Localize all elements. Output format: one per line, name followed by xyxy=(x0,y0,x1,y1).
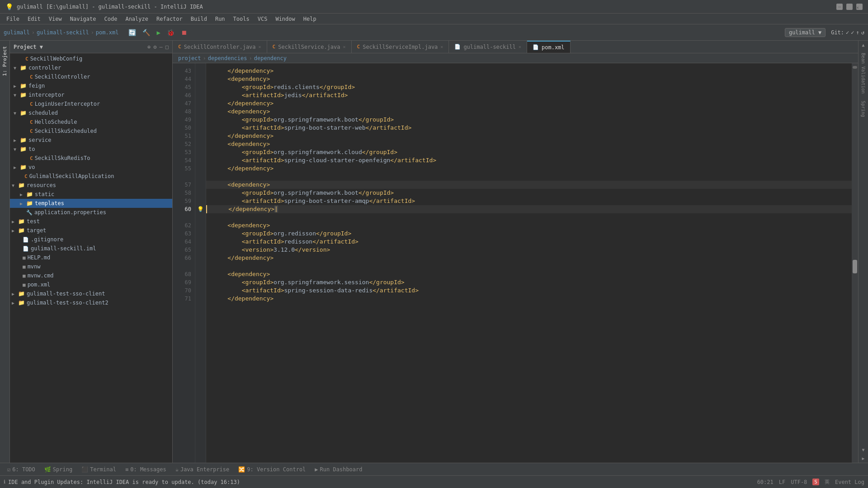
panel-expand-btn[interactable]: □ xyxy=(165,44,169,50)
list-item[interactable]: C SeckillWebConfig xyxy=(10,54,172,63)
bottom-tab-java-enterprise[interactable]: ☕ Java Enterprise xyxy=(172,465,233,474)
editor-scrollbar[interactable] xyxy=(852,63,858,463)
close-btn[interactable]: ✕ xyxy=(856,4,863,10)
list-item[interactable]: C SeckillController xyxy=(10,72,172,81)
git-controls[interactable]: ✓ ✓ ↑ ↺ xyxy=(846,29,864,36)
tab-seckillserviceimpl[interactable]: C SeckillServiceImpl.java ✕ xyxy=(352,41,449,53)
toolbar-sync-btn[interactable]: 🔄 xyxy=(126,28,139,38)
list-item[interactable]: C SeckillSkuRedisTo xyxy=(10,154,172,163)
list-item[interactable]: ▶ 📁 feign xyxy=(10,81,172,90)
project-panel-label[interactable]: 1: Project xyxy=(0,42,9,80)
menu-navigate[interactable]: Navigate xyxy=(66,15,100,23)
list-item-templates[interactable]: ▶ 📁 templates xyxy=(10,199,172,208)
code-editor[interactable]: 43 44 45 46 47 48 49 50 51 52 53 54 55 5… xyxy=(173,63,858,463)
list-item[interactable]: ▶ 📁 static xyxy=(10,190,172,199)
list-item[interactable]: ▼ 📁 controller xyxy=(10,63,172,72)
list-item[interactable]: 📄 gulimall-seckill.iml xyxy=(10,244,172,253)
toolbar-run-btn[interactable]: ▶ xyxy=(154,28,163,38)
menu-help[interactable]: Help xyxy=(300,15,320,23)
tree-label-controller: controller xyxy=(28,65,61,71)
bottom-tab-terminal[interactable]: ⬛ Terminal xyxy=(78,465,120,474)
list-item-target[interactable]: ▶ 📁 target xyxy=(10,226,172,235)
menu-run[interactable]: Run xyxy=(212,15,229,23)
list-item[interactable]: C SeckillSkuScheduled xyxy=(10,127,172,136)
right-panel-scroll-up[interactable]: ▲ xyxy=(862,42,864,47)
scroll-to-end[interactable]: ▶ xyxy=(862,456,864,461)
panel-locate-btn[interactable]: ⊕ xyxy=(147,44,151,50)
event-log[interactable]: Event Log xyxy=(835,479,864,485)
close-icon[interactable]: ✕ xyxy=(519,44,521,49)
menu-refactor[interactable]: Refactor xyxy=(153,15,186,23)
list-item[interactable]: ■ mvnw xyxy=(10,262,172,271)
list-item-service[interactable]: ▶ 📁 service xyxy=(10,136,172,145)
breadcrumb-pom[interactable]: pom.xml xyxy=(96,29,119,36)
right-panel-scroll-down[interactable]: ▼ xyxy=(862,447,864,452)
menu-vcs[interactable]: VCS xyxy=(254,15,271,23)
tab-pom-xml[interactable]: 📄 pom.xml xyxy=(527,41,571,53)
bottom-tab-todo[interactable]: ☑ 6: TODO xyxy=(4,465,39,474)
bc-dependencies[interactable]: dependencies xyxy=(208,55,247,61)
menu-analyze[interactable]: Analyze xyxy=(122,15,152,23)
menu-window[interactable]: Window xyxy=(272,15,298,23)
bean-validation-label[interactable]: Bean Validation xyxy=(860,51,867,95)
list-item-sso-client[interactable]: ▶ 📁 gulimall-test-sso-client xyxy=(10,289,172,298)
bottom-tab-version-control[interactable]: 🔀 9: Version Control xyxy=(235,465,309,474)
menu-code[interactable]: Code xyxy=(101,15,121,23)
bc-project[interactable]: project xyxy=(178,55,201,61)
bottom-tab-run-dashboard[interactable]: ▶ Run Dashboard xyxy=(311,465,366,474)
list-item[interactable]: ■ mvnw.cmd xyxy=(10,271,172,280)
menu-build[interactable]: Build xyxy=(187,15,211,23)
list-item[interactable]: ■ HELP.md xyxy=(10,253,172,262)
menu-view[interactable]: View xyxy=(45,15,66,23)
list-item[interactable]: C GulimallSeckillApplication xyxy=(10,172,172,181)
minimize-btn[interactable]: — xyxy=(836,4,843,10)
bc-dependency[interactable]: dependency xyxy=(254,55,287,61)
tree-label-interceptor: interceptor xyxy=(28,92,64,98)
list-item[interactable]: ▼ 📁 interceptor xyxy=(10,90,172,99)
list-item[interactable]: C LoginUserInterceptor xyxy=(10,99,172,108)
encoding[interactable]: UTF-8 xyxy=(791,479,807,485)
breadcrumb-gulimall[interactable]: gulimall xyxy=(4,29,30,36)
list-item[interactable]: 🔧 application.properties xyxy=(10,208,172,217)
line-ending[interactable]: LF xyxy=(779,479,785,485)
toolbar-stop-btn[interactable]: ⏹ xyxy=(178,28,190,38)
breadcrumb-seckill[interactable]: gulimall-seckill xyxy=(37,29,89,36)
code-content[interactable]: </dependency> <dependency> <groupId>redi… xyxy=(206,63,852,463)
list-item-pomxml[interactable]: ■ pom.xml xyxy=(10,280,172,289)
ime-indicator[interactable]: S xyxy=(812,479,819,485)
window-controls[interactable]: — ✕ xyxy=(836,4,863,10)
list-item[interactable]: ▶ 📁 vo xyxy=(10,163,172,172)
panel-settings-btn[interactable]: ⚙ xyxy=(153,44,156,50)
close-icon[interactable]: ✕ xyxy=(343,44,346,49)
cursor-position[interactable]: 60:21 xyxy=(757,479,774,485)
status-notification[interactable]: ℹ IDE and Plugin Updates: IntelliJ IDEA … xyxy=(4,479,752,485)
list-item[interactable]: C HelloSchedule xyxy=(10,117,172,127)
menu-file[interactable]: File xyxy=(3,15,23,23)
project-selector[interactable]: gulimall ▼ xyxy=(785,28,826,37)
toolbar-debug-btn[interactable]: 🐞 xyxy=(164,28,177,38)
line-numbers: 43 44 45 46 47 48 49 50 51 52 53 54 55 5… xyxy=(173,63,195,463)
list-item[interactable]: 📄 .gitignore xyxy=(10,235,172,244)
ime-chinese[interactable]: 英 xyxy=(825,479,830,485)
close-icon[interactable]: ✕ xyxy=(259,44,261,49)
bottom-tab-messages[interactable]: ≡ 0: Messages xyxy=(122,465,170,474)
list-item-sso-client2[interactable]: ▶ 📁 gulimall-test-sso-client2 xyxy=(10,298,172,307)
spring-label[interactable]: Spring xyxy=(860,99,867,119)
list-item[interactable]: ▼ 📁 scheduled xyxy=(10,108,172,117)
panel-close-btn[interactable]: — xyxy=(160,44,163,50)
menu-edit[interactable]: Edit xyxy=(24,15,44,23)
tree-container[interactable]: C SeckillWebConfig ▼ 📁 controller C Seck… xyxy=(10,53,172,463)
tab-seckillservice[interactable]: C SeckillService.java ✕ xyxy=(267,41,352,53)
bottom-tab-spring[interactable]: 🌿 Spring xyxy=(41,465,76,474)
menu-tools[interactable]: Tools xyxy=(230,15,253,23)
maximize-btn[interactable] xyxy=(846,4,853,10)
close-icon[interactable]: ✕ xyxy=(440,44,443,49)
list-item-resources[interactable]: ▼ 📁 resources xyxy=(10,181,172,190)
list-item-to[interactable]: ▼ 📁 to xyxy=(10,145,172,154)
tab-seckillcontroller[interactable]: C SeckillController.java ✕ xyxy=(173,41,267,53)
tree-label: pom.xml xyxy=(28,282,51,288)
list-item-test[interactable]: ▶ 📁 test xyxy=(10,217,172,226)
toolbar-build-btn[interactable]: 🔨 xyxy=(140,28,153,38)
tab-gulimall-seckill[interactable]: 📄 gulimall-seckill ✕ xyxy=(449,41,527,53)
bulb-marker[interactable]: 💡 xyxy=(195,205,206,213)
